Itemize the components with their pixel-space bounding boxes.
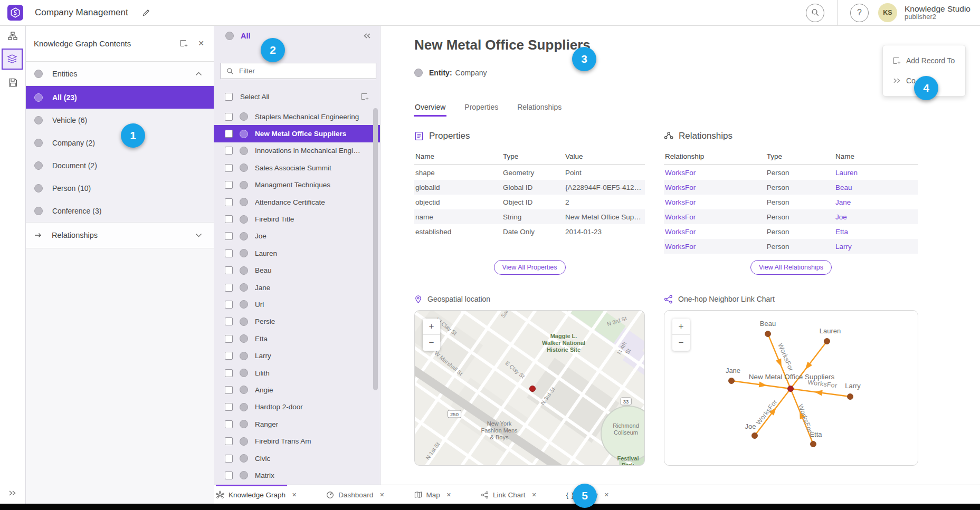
record-checkbox[interactable] [225,113,233,121]
help-button[interactable]: ? [850,4,869,22]
table-link-cell[interactable]: Beau [834,180,918,195]
record-checkbox[interactable] [225,455,233,463]
chevron-down-icon[interactable] [195,233,202,237]
record-checkbox[interactable] [225,369,233,377]
zoom-in-button[interactable]: + [672,319,690,335]
save-icon[interactable] [0,72,25,93]
record-row[interactable]: Joe [214,228,380,245]
record-row[interactable]: Sales Associate Summit [214,159,380,176]
close-panel-icon[interactable]: ✕ [198,39,204,47]
entities-group-header[interactable]: Entities [25,62,214,86]
record-checkbox[interactable] [225,420,233,428]
bottom-tab-knowledge-graph[interactable]: Knowledge Graph✕ [216,485,297,504]
record-row[interactable]: Staplers Mechanical Engineering [214,108,380,125]
bottom-tab-link-chart[interactable]: Link Chart✕ [481,485,537,504]
record-row[interactable]: Uri [214,296,380,313]
record-checkbox[interactable] [225,232,233,240]
table-link-cell[interactable]: Larry [834,239,918,254]
record-row[interactable]: Jane [214,279,380,296]
tab-relationships[interactable]: Relationships [517,103,562,117]
chevron-up-icon[interactable] [195,72,202,76]
record-checkbox[interactable] [225,386,233,394]
record-checkbox[interactable] [225,164,233,172]
entity-type-row[interactable]: Company (2) [25,131,214,154]
record-checkbox[interactable] [225,403,233,411]
table-link-cell[interactable]: WorksFor [664,195,766,209]
entity-type-row[interactable]: Document (2) [25,154,214,177]
bottom-tab-dashboard[interactable]: Dashboard✕ [326,485,384,504]
table-link-cell[interactable]: WorksFor [664,180,766,195]
edit-title-icon[interactable] [142,8,150,17]
record-row[interactable]: Angie [214,381,380,398]
entity-type-row[interactable]: Conference (3) [25,199,214,222]
record-row[interactable]: Civic [214,450,380,467]
graph-center-node[interactable] [788,386,794,392]
menu-item-add-record-to[interactable]: Add Record To [883,51,965,71]
record-row[interactable]: Persie [214,313,380,330]
record-row[interactable]: Matrix [214,467,380,484]
zoom-in-button[interactable]: + [423,319,440,335]
record-checkbox[interactable] [225,284,233,292]
scrollbar-thumb[interactable] [373,108,378,390]
record-checkbox[interactable] [225,471,233,479]
close-tab-icon[interactable]: ✕ [379,492,384,498]
tab-overview[interactable]: Overview [415,103,445,117]
record-row[interactable]: Ranger [214,416,380,432]
add-record-icon[interactable] [179,39,188,48]
select-all-checkbox[interactable] [225,93,233,101]
entity-location-marker[interactable] [529,386,536,392]
close-tab-icon[interactable]: ✕ [446,492,451,498]
record-checkbox[interactable] [225,147,233,155]
table-link-cell[interactable]: WorksFor [664,209,766,224]
filter-input[interactable] [238,66,376,75]
record-checkbox[interactable] [225,437,233,445]
record-checkbox[interactable] [225,249,233,257]
close-tab-icon[interactable]: ✕ [532,492,537,498]
record-checkbox[interactable] [225,317,233,325]
entity-type-row[interactable]: All (23) [25,86,214,109]
record-row[interactable]: New Metal Office Suppliers [214,125,380,142]
search-button[interactable] [806,4,824,22]
record-checkbox[interactable] [225,352,233,360]
filter-input-box[interactable] [221,63,376,79]
record-row[interactable]: Firebird Trans Am [214,432,380,449]
expand-rail-icon[interactable] [0,490,25,496]
record-row[interactable]: Lauren [214,245,380,262]
graph-node[interactable] [848,394,853,400]
view-all-properties-button[interactable]: View All Properties [494,260,566,275]
record-checkbox[interactable] [225,215,233,223]
zoom-out-button[interactable]: − [423,335,440,351]
collapse-panel-icon[interactable] [363,33,372,39]
entity-type-row[interactable]: Person (10) [25,177,214,199]
data-model-icon[interactable] [0,25,25,46]
record-checkbox[interactable] [225,335,233,343]
table-link-cell[interactable]: Jane [834,195,918,209]
zoom-out-button[interactable]: − [672,335,690,351]
graph-node[interactable] [765,331,771,337]
record-checkbox[interactable] [225,198,233,206]
close-tab-icon[interactable]: ✕ [292,492,297,498]
graph-node[interactable] [752,433,758,439]
record-row[interactable]: Lilith [214,364,380,381]
record-checkbox[interactable] [225,181,233,189]
graph-node[interactable] [824,339,830,344]
user-menu[interactable]: Knowledge Studio publisher2 [905,4,971,22]
scrollbar[interactable] [373,107,378,504]
record-row[interactable]: Innovations in Mechanical Engin... [214,142,380,159]
table-link-cell[interactable]: Lauren [834,165,918,180]
relationships-group-header[interactable]: Relationships [25,222,214,248]
record-row[interactable]: Hardtop 2-door [214,399,380,416]
record-row[interactable]: Beau [214,262,380,279]
geospatial-map[interactable]: + − N 3rd StN 4th StMaggie L. Walker Nat… [414,310,645,466]
entity-type-row[interactable]: Vehicle (6) [25,109,214,131]
record-checkbox[interactable] [225,130,233,138]
record-row[interactable]: Etta [214,330,380,347]
record-row[interactable]: Firebird Title [214,210,380,227]
record-checkbox[interactable] [225,266,233,274]
record-row[interactable]: Attendance Certificate [214,194,380,210]
table-link-cell[interactable]: WorksFor [664,239,766,254]
table-link-cell[interactable]: Etta [834,224,918,239]
view-all-relationships-button[interactable]: View All Relationships [750,260,832,275]
graph-node[interactable] [729,378,735,384]
table-link-cell[interactable]: WorksFor [664,224,766,239]
